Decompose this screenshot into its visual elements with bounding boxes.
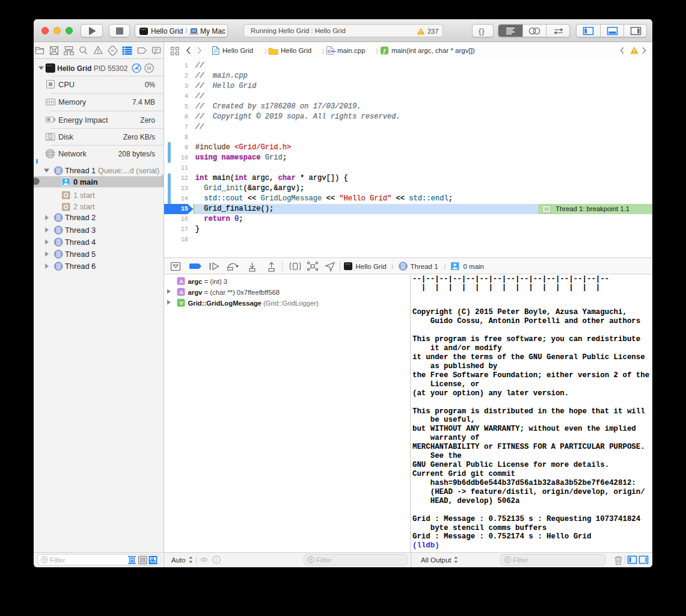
svg-text:A: A <box>179 289 183 295</box>
svg-text:main(int argc, char * argv[]): main(int argc, char * argv[]) <box>391 47 475 54</box>
svg-text:Filter: Filter <box>50 556 66 564</box>
svg-text:1 start: 1 start <box>73 191 95 200</box>
svg-text:argc = (int) 3: argc = (int) 3 <box>188 278 228 285</box>
svg-text:Thread 6: Thread 6 <box>65 262 96 271</box>
svg-text:208 bytes/s: 208 bytes/s <box>118 150 155 158</box>
svg-text:Thread 4: Thread 4 <box>65 238 96 247</box>
svg-text:Energy Impact: Energy Impact <box>58 116 108 125</box>
svg-text:Hello Grid: Hello Grid <box>222 47 253 54</box>
svg-text:Hello Grid: Hello Grid <box>356 263 387 270</box>
svg-text:V: V <box>180 300 184 306</box>
svg-text:C++: C++ <box>328 49 335 54</box>
svg-text:Zero KB/s: Zero KB/s <box>123 133 155 141</box>
svg-text:Thread 5: Thread 5 <box>65 250 96 259</box>
svg-text:Grid::GridLogMessage (Grid::Gr: Grid::GridLogMessage (Grid::GridLogger) <box>188 300 319 307</box>
svg-text:〉: 〉 <box>444 263 446 270</box>
svg-text:Thread 1: Thread 1 <box>411 263 438 270</box>
svg-text:Thread 1 Queue:...d (serial): Thread 1 Queue:...d (serial) <box>65 166 159 175</box>
svg-text:〉: 〉 <box>391 263 394 270</box>
svg-text:0%: 0% <box>145 81 156 89</box>
svg-text:Memory: Memory <box>58 97 87 106</box>
svg-text:Hello Grid: Hello Grid <box>281 47 311 54</box>
svg-text:CPU: CPU <box>58 80 75 89</box>
svg-text:Zero: Zero <box>140 116 155 125</box>
svg-text:〉: 〉 <box>322 48 325 54</box>
svg-text:i: i <box>215 557 217 563</box>
svg-text:0 main: 0 main <box>464 263 485 270</box>
svg-text:〉: 〉 <box>265 48 267 54</box>
svg-text:A: A <box>179 278 183 285</box>
svg-text:〉: 〉 <box>376 48 378 54</box>
svg-text:Filter: Filter <box>316 556 332 564</box>
svg-text:Network: Network <box>58 149 87 158</box>
svg-text:Filter: Filter <box>513 556 528 564</box>
svg-text:Disk: Disk <box>58 132 73 141</box>
svg-text:Thread 3: Thread 3 <box>65 226 96 235</box>
svg-text:Hello Grid PID 55302: Hello Grid PID 55302 <box>57 64 128 73</box>
svg-text:All Output: All Output <box>421 556 452 564</box>
svg-text:Thread 2: Thread 2 <box>65 213 96 222</box>
svg-text:0 main: 0 main <box>73 177 98 186</box>
svg-text:Auto: Auto <box>171 556 186 564</box>
svg-text:7.4 MB: 7.4 MB <box>132 98 155 106</box>
svg-text:2 start: 2 start <box>73 202 95 211</box>
svg-text:argv = (char **) 0x7ffeefbff56: argv = (char **) 0x7ffeefbff568 <box>188 289 280 296</box>
svg-text:main.cpp: main.cpp <box>337 47 366 54</box>
